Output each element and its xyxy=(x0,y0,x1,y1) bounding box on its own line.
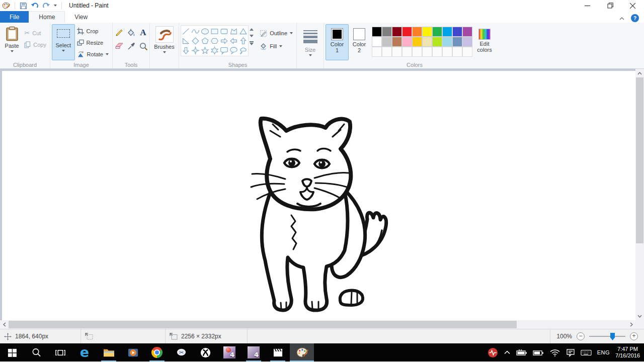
tab-file[interactable]: File xyxy=(0,11,29,23)
palette-color-fff200[interactable] xyxy=(423,27,432,36)
shape-down-arrow-icon[interactable] xyxy=(181,46,191,55)
color2-button[interactable]: Color 2 xyxy=(349,24,370,60)
zoom-slider[interactable] xyxy=(589,336,625,337)
shape-four-point-star-icon[interactable] xyxy=(191,46,200,55)
shapes-scroll-up-icon[interactable] xyxy=(250,28,254,31)
outline-button[interactable]: Outline xyxy=(258,28,295,38)
save-icon[interactable] xyxy=(20,2,27,10)
palette-color-b5e61d[interactable] xyxy=(433,37,442,46)
taskbar-edge-icon[interactable]: e xyxy=(72,343,97,361)
fill-bucket-icon[interactable] xyxy=(126,26,137,39)
vertical-scrollbar[interactable] xyxy=(635,69,644,320)
taskbar-snipping-tool-icon[interactable]: ✂ xyxy=(169,343,193,361)
palette-empty-slot[interactable] xyxy=(413,47,422,56)
palette-color-3f48cc[interactable] xyxy=(453,27,462,36)
palette-color-22b14c[interactable] xyxy=(433,27,442,36)
shape-curve-icon[interactable] xyxy=(191,27,200,36)
taskbar-media-app-4a-icon[interactable]: 4 xyxy=(217,343,242,361)
undo-icon[interactable] xyxy=(31,2,39,9)
zoom-out-button[interactable]: − xyxy=(577,332,585,340)
tray-action-center-icon[interactable] xyxy=(566,348,575,357)
tab-home[interactable]: Home xyxy=(29,11,65,23)
size-button[interactable]: Size xyxy=(299,24,322,60)
rotate-button[interactable]: Rotate xyxy=(75,48,111,60)
horizontal-scrollbar[interactable] xyxy=(0,320,635,329)
shapes-scroll-down-icon[interactable] xyxy=(250,35,254,37)
shape-polygon-icon[interactable] xyxy=(229,27,238,36)
shape-diamond-icon[interactable] xyxy=(191,36,200,46)
palette-color-7092be[interactable] xyxy=(453,37,462,46)
eraser-icon[interactable] xyxy=(114,40,125,52)
select-button[interactable]: Select xyxy=(52,24,75,60)
taskbar-start-button[interactable] xyxy=(0,343,24,361)
palette-color-ffc90e[interactable] xyxy=(413,37,422,46)
palette-color-99d9ea[interactable] xyxy=(443,37,452,46)
scroll-right-icon[interactable] xyxy=(627,320,635,329)
paste-button[interactable]: Paste xyxy=(2,24,22,60)
palette-color-b97a57[interactable] xyxy=(392,37,401,46)
shapes-more-icon[interactable] xyxy=(250,41,254,45)
taskbar-video-editor-icon[interactable] xyxy=(266,343,290,361)
zoom-in-button[interactable]: + xyxy=(630,332,638,340)
tray-hidden-icons-icon[interactable] xyxy=(504,350,511,355)
taskbar-movies-tv-icon[interactable] xyxy=(121,343,145,361)
tray-recorder-icon[interactable] xyxy=(488,347,498,358)
redo-icon[interactable] xyxy=(42,2,50,9)
shape-rounded-rectangle-icon[interactable] xyxy=(219,27,229,36)
shape-right-arrow-icon[interactable] xyxy=(219,36,229,46)
shape-triangle-icon[interactable] xyxy=(238,27,248,36)
taskbar-search-icon[interactable] xyxy=(24,343,48,361)
palette-color-00a2e8[interactable] xyxy=(443,27,452,36)
palette-color-ff7f27[interactable] xyxy=(413,27,422,36)
taskbar-file-explorer-icon[interactable] xyxy=(97,343,121,361)
palette-empty-slot[interactable] xyxy=(403,47,412,56)
palette-color-c3c3c3[interactable] xyxy=(382,37,391,46)
palette-color-000000[interactable] xyxy=(372,27,381,36)
palette-color-ffffff[interactable] xyxy=(372,37,381,46)
taskbar-media-app-4b-icon[interactable]: 4 xyxy=(242,343,266,361)
crop-button[interactable]: Crop xyxy=(75,25,111,37)
restore-button[interactable] xyxy=(599,0,621,11)
shape-cloud-callout-icon[interactable] xyxy=(238,46,248,55)
shape-left-arrow-icon[interactable] xyxy=(229,36,238,46)
taskbar-xbox-icon[interactable] xyxy=(193,343,217,361)
shape-right-triangle-icon[interactable] xyxy=(181,36,191,46)
taskbar-chrome-icon[interactable] xyxy=(145,343,169,361)
taskbar-task-view-icon[interactable] xyxy=(48,343,72,361)
palette-empty-slot[interactable] xyxy=(382,47,391,56)
language-indicator[interactable]: ENG xyxy=(597,349,610,355)
palette-color-a349a4[interactable] xyxy=(463,27,472,36)
shape-pentagon-icon[interactable] xyxy=(200,36,210,46)
shape-rectangle-icon[interactable] xyxy=(210,27,219,36)
vertical-scroll-thumb[interactable] xyxy=(636,77,643,243)
cut-button[interactable]: ✂ Cut xyxy=(22,27,48,39)
tray-battery-icon[interactable] xyxy=(533,349,544,356)
palette-color-880015[interactable] xyxy=(392,27,401,36)
palette-empty-slot[interactable] xyxy=(392,47,401,56)
shape-rounded-callout-icon[interactable] xyxy=(219,46,229,55)
palette-empty-slot[interactable] xyxy=(453,47,462,56)
magnifier-icon[interactable] xyxy=(138,40,149,52)
tray-wifi-icon[interactable] xyxy=(549,348,560,357)
fill-button[interactable]: Fill xyxy=(258,41,295,51)
palette-color-7f7f7f[interactable] xyxy=(382,27,391,36)
tray-battery-charging-icon[interactable] xyxy=(516,349,527,356)
palette-empty-slot[interactable] xyxy=(433,47,442,56)
palette-color-ed1c24[interactable] xyxy=(403,27,412,36)
palette-empty-slot[interactable] xyxy=(423,47,432,56)
shape-six-point-star-icon[interactable] xyxy=(210,46,219,55)
palette-color-c8bfe7[interactable] xyxy=(463,37,472,46)
color1-button[interactable]: Color 1 xyxy=(326,24,349,60)
paint-canvas[interactable] xyxy=(2,71,635,320)
customize-qat-caret-icon[interactable] xyxy=(54,5,57,7)
palette-empty-slot[interactable] xyxy=(463,47,472,56)
resize-button[interactable]: Resize xyxy=(75,37,111,48)
scroll-up-icon[interactable] xyxy=(635,69,644,77)
color-picker-icon[interactable] xyxy=(126,40,137,52)
palette-empty-slot[interactable] xyxy=(443,47,452,56)
copy-button[interactable]: Copy xyxy=(22,39,48,50)
edit-colors-button[interactable]: Edit colors xyxy=(473,24,496,60)
taskbar-clock[interactable]: 7:47 PM 7/16/2016 xyxy=(615,346,640,359)
pencil-icon[interactable] xyxy=(114,26,125,39)
help-icon[interactable]: ? xyxy=(631,14,639,22)
